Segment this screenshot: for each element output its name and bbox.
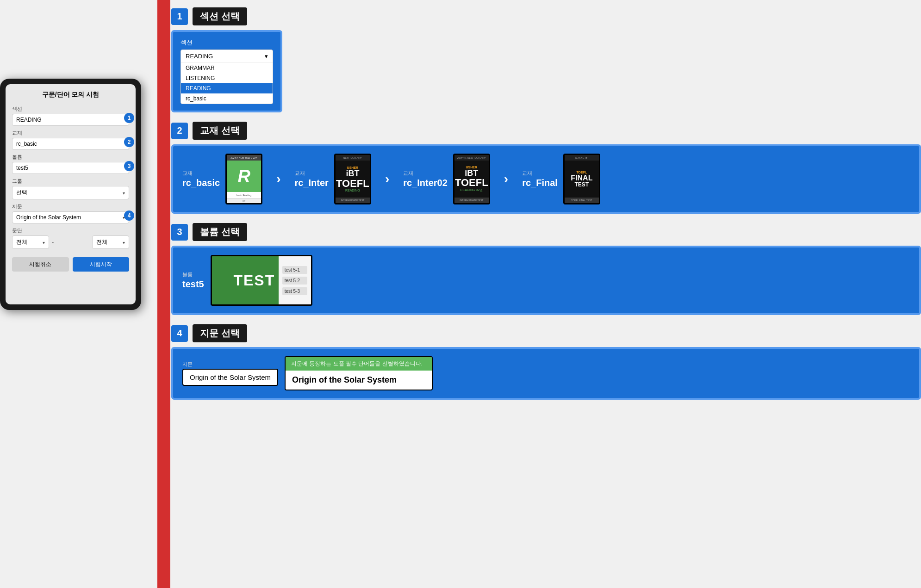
step2-title: 교재 선택 [193,122,247,140]
step3-panel: 볼륨 test5 TEST 5 test 5-1 test 5-2 test 5… [171,246,921,315]
badge-4: 4 [124,210,134,221]
book-rc-basic-sublabel: 교재 [182,170,220,177]
group-value[interactable]: 선택 [12,186,129,199]
step4-header: 4 지문 선택 [171,324,921,342]
dropdown-selected[interactable]: READING ▾ [181,50,273,63]
volume-sub-item-2[interactable]: test 5-2 [282,277,307,285]
book-rc-inter02-sublabel: 교재 [403,170,448,177]
step3-header: 3 볼륨 선택 [171,223,921,241]
badge-1: 1 [124,113,134,123]
dropdown-arrow-icon: ▾ [265,53,268,60]
volume-card: TEST 5 test 5-1 test 5-2 test 5-3 [211,255,312,306]
book-rc-inter02-item[interactable]: 교재 rc_Inter02 2024년도 NEW TOEFL 입문 USHER … [403,154,490,204]
arrow-sep-2: › [385,172,389,186]
device-title: 구문/단어 모의 시험 [12,91,129,99]
paragraph-label: 문단 [12,227,129,234]
arrow-sep-3: › [504,172,508,186]
step4-title: 지문 선택 [193,324,247,342]
option-listening[interactable]: LISTENING [181,73,273,83]
passage-tooltip-header: 지문에 등장하는 토플 필수 단어들을 선별하였습니다. [286,357,432,371]
group-label: 그룹 [12,178,129,185]
passage-tooltip: 지문에 등장하는 토플 필수 단어들을 선별하였습니다. Origin of t… [285,356,433,390]
step4-number: 4 [171,325,188,342]
step2-header: 2 교재 선택 [171,122,921,140]
volume-name: test5 [182,279,204,290]
book-rc-basic-name: rc_basic [182,178,220,188]
arrow-sep-1: › [276,172,280,186]
option-grammar[interactable]: GRAMMAR [181,63,273,73]
section-label: 섹션 [12,105,129,112]
volume-value[interactable]: test5 [12,162,129,174]
option-reading[interactable]: READING [181,83,273,93]
cancel-button[interactable]: 시험취소 [12,257,69,272]
passage-label: 지문 [12,203,129,210]
book-rc-inter02-name: rc_Inter02 [403,178,448,188]
book-rc-inter-name: rc_Inter [295,178,329,188]
section-dropdown[interactable]: READING ▾ GRAMMAR LISTENING READING rc_b… [180,50,273,104]
volume-label: 볼륨 [182,271,204,278]
volume-label: 볼륨 [12,154,129,161]
book-rc-final-item[interactable]: 교재 rc_Final 2024년도 iBT TOEFL FINAL TEST … [522,154,600,204]
step1-number: 1 [171,8,188,25]
book-rc-inter-item[interactable]: 교재 rc_Inter NEW TOEFL 입문 USHER iBT TOEFL… [295,154,371,204]
volume-sub-item-3[interactable]: test 5-3 [282,287,307,295]
badge-2: 2 [124,137,134,147]
book-rc-basic-cover: 2024년 NEW TOEFL 입문 R basic Reading IBT [225,154,262,204]
dropdown-options-list: GRAMMAR LISTENING READING rc_basic [181,63,273,104]
paragraph-to[interactable]: 전체 [92,235,129,249]
section-value[interactable]: READING [12,114,129,126]
option-rcbasic[interactable]: rc_basic [181,93,273,104]
book-rc-final-cover: 2024년도 iBT TOEFL FINAL TEST TOEFL FINAL … [563,154,600,204]
step1-header: 1 섹션 선택 [171,7,921,25]
step1-title: 섹션 선택 [193,7,247,25]
step1-panel-label: 섹션 [180,38,273,47]
passage-field-label: 지문 [182,361,278,368]
passage-tooltip-value[interactable]: Origin of the Solar System [286,371,432,390]
step1-panel: 섹션 READING ▾ GRAMMAR LISTENING READING r… [171,30,282,112]
step2-number: 2 [171,123,188,139]
step4-panel: 지문 Origin of the Solar System 지문에 등장하는 토… [171,347,921,400]
start-button[interactable]: 시험시작 [73,257,130,272]
book-rc-basic-item[interactable]: 교재 rc_basic 2024년 NEW TOEFL 입문 R basic R… [182,154,262,204]
passage-selected[interactable]: Origin of the Solar System [182,369,278,386]
volume-sub-list: test 5-1 test 5-2 test 5-3 [279,256,311,304]
book-rc-inter02-cover: 2024년도 NEW TOEFL 입문 USHER iBT TOEFL READ… [453,154,490,204]
volume-sub-label[interactable]: test 5-1 [282,266,307,274]
badge-3: 3 [124,161,134,171]
book-rc-inter-sublabel: 교재 [295,170,329,177]
step3-number: 3 [171,224,188,241]
book-rc-inter-cover: NEW TOEFL 입문 USHER iBT TOEFL READING INT… [334,154,371,204]
main-content: 1 섹션 선택 섹션 READING ▾ GRAMMAR LISTENING R… [171,0,921,588]
device-frame: 구문/단어 모의 시험 섹션 READING 1 교재 rc_basic 2 볼… [0,79,141,310]
textbook-value[interactable]: rc_basic [12,138,129,150]
paragraph-from[interactable]: 전체 [12,235,49,249]
textbook-label: 교재 [12,130,129,136]
volume-test5-item[interactable]: 볼륨 test5 TEST 5 test 5-1 test 5-2 test 5… [182,255,312,306]
passage-value[interactable]: Origin of the Solar System [12,211,129,223]
step2-panel: 교재 rc_basic 2024년 NEW TOEFL 입문 R basic R… [171,144,921,214]
step3-title: 볼륨 선택 [193,223,247,241]
passage-item: 지문 Origin of the Solar System 지문에 등장하는 토… [182,356,433,390]
red-bar [157,0,170,588]
book-rc-final-sublabel: 교재 [522,170,558,177]
book-rc-final-name: rc_Final [522,178,558,188]
